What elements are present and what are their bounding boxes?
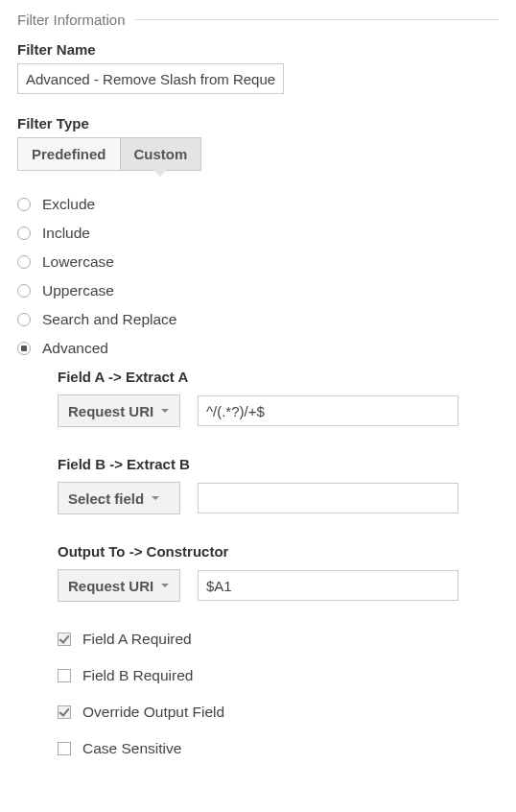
radio-label: Search and Replace [42, 311, 176, 328]
radio-icon [17, 284, 31, 298]
field-b-pattern-input[interactable] [198, 483, 458, 513]
check-field-a-required[interactable]: Field A Required [58, 631, 499, 648]
check-label: Case Sensitive [82, 740, 181, 757]
filter-type-label: Filter Type [17, 115, 499, 131]
radio-advanced[interactable]: Advanced [17, 340, 499, 357]
field-a-label: Field A -> Extract A [58, 369, 499, 385]
radio-uppercase[interactable]: Uppercase [17, 282, 499, 299]
dropdown-value: Select field [68, 490, 144, 507]
chevron-down-icon [161, 409, 169, 413]
check-case-sensitive[interactable]: Case Sensitive [58, 740, 499, 757]
filter-type-tabs: Predefined Custom [17, 137, 499, 171]
radio-icon [17, 313, 31, 326]
check-label: Override Output Field [82, 704, 224, 721]
checkbox-icon [58, 633, 71, 646]
output-label: Output To -> Constructor [58, 543, 499, 560]
radio-icon [17, 198, 31, 211]
section-legend: Filter Information [17, 12, 499, 28]
tab-custom[interactable]: Custom [121, 137, 202, 171]
radio-label: Lowercase [42, 253, 114, 271]
field-a-pattern-input[interactable] [198, 395, 458, 426]
radio-icon [17, 255, 31, 269]
output-pattern-input[interactable] [198, 570, 458, 601]
checkbox-icon [58, 705, 71, 719]
advanced-options: Field A Required Field B Required Overri… [58, 631, 499, 757]
check-override-output[interactable]: Override Output Field [58, 704, 499, 721]
check-field-b-required[interactable]: Field B Required [58, 667, 499, 684]
advanced-settings: Field A -> Extract A Request URI Field B… [58, 369, 499, 757]
check-label: Field B Required [82, 667, 193, 684]
divider-line [135, 19, 499, 20]
field-a-dropdown[interactable]: Request URI [58, 394, 180, 427]
dropdown-value: Request URI [68, 403, 153, 419]
section-legend-text: Filter Information [17, 12, 126, 28]
radio-include[interactable]: Include [17, 225, 499, 242]
dropdown-value: Request URI [68, 578, 153, 594]
filter-name-label: Filter Name [17, 41, 499, 58]
radio-label: Exclude [42, 196, 95, 213]
check-label: Field A Required [82, 631, 192, 648]
output-dropdown[interactable]: Request URI [58, 569, 180, 602]
radio-icon [17, 342, 31, 355]
radio-lowercase[interactable]: Lowercase [17, 253, 499, 271]
radio-search-replace[interactable]: Search and Replace [17, 311, 499, 328]
tab-predefined[interactable]: Predefined [17, 137, 121, 171]
radio-exclude[interactable]: Exclude [17, 196, 499, 213]
radio-icon [17, 227, 31, 240]
radio-label: Include [42, 225, 90, 242]
field-b-label: Field B -> Extract B [58, 456, 499, 472]
chevron-down-icon [152, 496, 159, 500]
radio-label: Advanced [42, 340, 108, 357]
checkbox-icon [58, 742, 71, 755]
field-b-dropdown[interactable]: Select field [58, 482, 180, 514]
checkbox-icon [58, 669, 71, 682]
chevron-down-icon [161, 584, 169, 587]
filter-name-input[interactable] [17, 63, 284, 94]
radio-label: Uppercase [42, 282, 114, 299]
filter-mode-radios: Exclude Include Lowercase Uppercase Sear… [17, 196, 499, 357]
